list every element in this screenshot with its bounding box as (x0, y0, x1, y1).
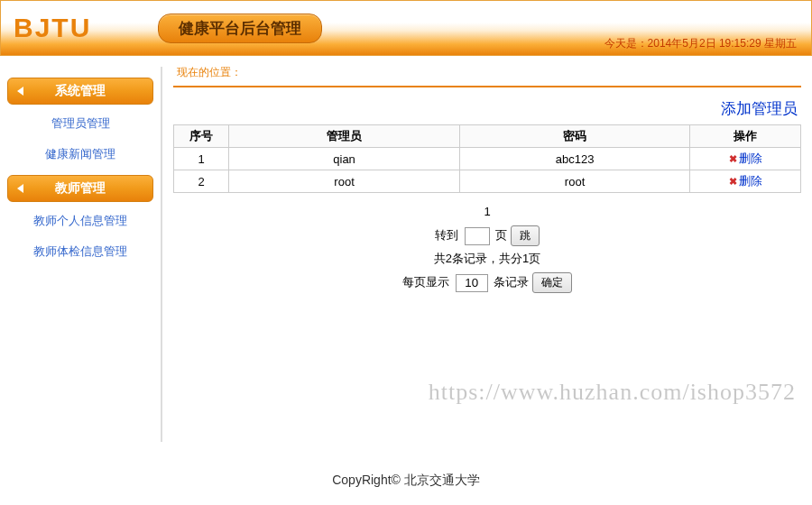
cell-password: root (459, 170, 690, 193)
table-row: 1 qian abc123 ✖删除 (174, 148, 801, 170)
cell-admin: root (229, 170, 460, 193)
pager: 1 转到 页 跳 共2条记录，共分1页 每页显示 条记录 确定 (173, 200, 801, 294)
confirm-button[interactable]: 确定 (532, 272, 572, 293)
org-name: 北京交通大学 (404, 473, 480, 487)
perpage-input[interactable] (456, 274, 488, 292)
date-value: 2014年5月2日 19:15:29 (648, 37, 761, 50)
delete-label: 删除 (739, 152, 762, 165)
table-row: 2 root root ✖删除 (174, 170, 801, 193)
breadcrumb: 现在的位置： (173, 65, 801, 87)
app-title: 健康平台后台管理 (158, 14, 322, 43)
col-password: 密码 (459, 125, 690, 148)
current-page: 1 (173, 200, 801, 224)
delete-link[interactable]: ✖删除 (690, 148, 801, 170)
perpage-prefix: 每页显示 (402, 275, 449, 289)
col-index: 序号 (174, 125, 229, 148)
today-line: 今天是：2014年5月2日 19:15:29 星期五 (604, 36, 797, 51)
copyright-label: CopyRight© (332, 473, 401, 487)
perpage-suffix: 条记录 (494, 275, 529, 289)
sidebar: 系统管理 管理员管理 健康新闻管理 教师管理 教师个人信息管理 教师体检信息管理 (0, 56, 161, 453)
pager-summary: 共2条记录，共分1页 (173, 247, 801, 271)
logo: BJTU (14, 13, 158, 43)
jump-button[interactable]: 跳 (511, 225, 540, 246)
cell-index: 1 (174, 148, 229, 170)
header-bar: BJTU 健康平台后台管理 今天是：2014年5月2日 19:15:29 星期五 (0, 0, 812, 56)
goto-suffix: 页 (495, 228, 507, 242)
nav-item-news[interactable]: 健康新闻管理 (7, 139, 153, 170)
nav-item-teacher-exam[interactable]: 教师体检信息管理 (7, 236, 153, 267)
delete-icon: ✖ (729, 153, 737, 165)
main-panel: 现在的位置： 添加管理员 序号 管理员 密码 操作 1 qian abc123 … (162, 56, 812, 453)
footer: CopyRight© 北京交通大学 (0, 462, 812, 500)
date-prefix: 今天是： (604, 37, 648, 50)
delete-link[interactable]: ✖删除 (690, 170, 801, 193)
delete-label: 删除 (739, 174, 762, 188)
col-op: 操作 (690, 125, 801, 148)
add-admin-link[interactable]: 添加管理员 (173, 98, 798, 119)
cell-admin: qian (229, 148, 460, 170)
nav-section-label: 教师管理 (55, 180, 106, 197)
nav-item-teacher-info[interactable]: 教师个人信息管理 (7, 206, 153, 236)
cell-index: 2 (174, 170, 229, 193)
admin-table: 序号 管理员 密码 操作 1 qian abc123 ✖删除 2 root ro… (173, 124, 801, 193)
weekday: 星期五 (764, 37, 797, 50)
nav-section-teacher[interactable]: 教师管理 (7, 175, 153, 202)
nav-item-admin[interactable]: 管理员管理 (7, 108, 153, 139)
delete-icon: ✖ (729, 176, 737, 188)
goto-prefix: 转到 (435, 228, 458, 242)
nav-section-label: 系统管理 (55, 83, 106, 99)
cell-password: abc123 (459, 148, 690, 170)
goto-page-input[interactable] (465, 227, 490, 245)
col-admin: 管理员 (229, 125, 460, 148)
nav-section-system[interactable]: 系统管理 (7, 78, 153, 105)
